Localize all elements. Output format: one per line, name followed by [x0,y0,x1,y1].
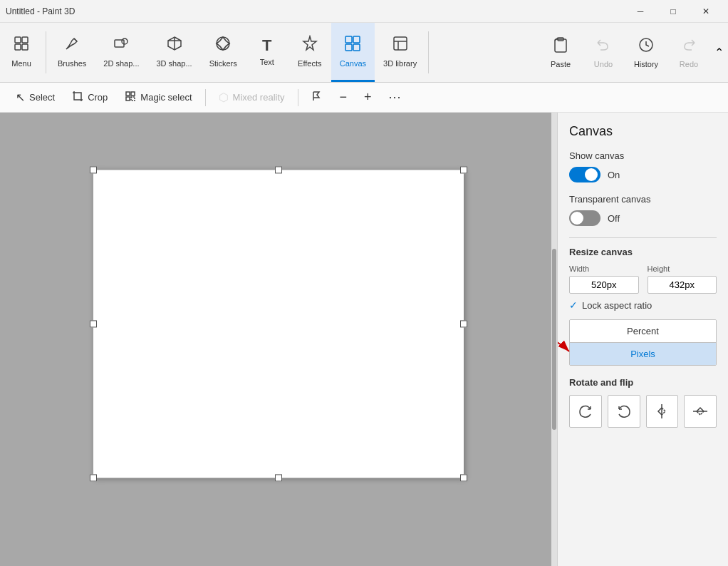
handle-top-right[interactable] [460,166,467,173]
undo-label: Undo [594,60,613,68]
zoom-out-button[interactable]: − [333,87,355,108]
rotate-flip-section: Rotate and flip [569,377,717,428]
undo-button[interactable]: Undo [582,23,625,82]
svg-marker-7 [303,36,316,50]
handle-bottom-right[interactable] [460,474,467,481]
scrollbar-track[interactable] [551,113,557,566]
canvas-label: Canvas [340,59,366,68]
rotate-left-button[interactable] [608,395,640,428]
svg-rect-10 [345,44,352,51]
window-title: Untitled - Paint 3D [6,6,75,16]
canvas-button[interactable]: Canvas [331,23,375,82]
svg-rect-0 [15,37,21,43]
svg-rect-1 [22,37,28,43]
flip-horizontal-button[interactable] [684,395,717,428]
main-toolbar: Menu Brushes 2D shap... 3D shap... [0,23,728,83]
menu-label: Menu [11,59,31,68]
svg-rect-2 [15,44,21,50]
height-field: Height [648,264,717,294]
show-canvas-toggle[interactable] [569,167,600,182]
mixed-reality-button[interactable]: ⬡ Mixed reality [212,88,292,107]
canvas-surface [93,170,464,478]
effects-label: Effects [298,59,321,68]
flag-icon [311,91,323,104]
panel-divider-1 [569,237,717,238]
2dshapes-button[interactable]: 2D shap... [95,23,147,82]
maximize-button[interactable]: □ [657,0,690,23]
unit-selector: Percent Pixels [569,319,717,366]
zoom-in-icon: + [364,90,372,105]
effects-button[interactable]: Effects [288,23,331,82]
svg-rect-17 [131,92,135,96]
select-button[interactable]: ↖ Select [9,88,62,107]
transparent-canvas-toggle[interactable] [569,210,600,226]
more-icon: ··· [389,90,402,105]
show-canvas-section: Show canvas On [569,150,717,182]
brushes-button[interactable]: Brushes [49,23,95,82]
paste-button[interactable]: Paste [539,23,582,82]
history-button[interactable]: History [625,23,667,82]
width-label: Width [569,264,639,273]
svg-rect-11 [353,44,360,51]
close-button[interactable]: ✕ [690,0,722,23]
svg-rect-9 [353,36,360,43]
menu-button[interactable]: Menu [0,23,43,82]
rotate-flip-buttons [569,395,717,428]
paste-label: Paste [551,60,571,68]
2dshapes-icon [113,35,130,56]
dimension-row: Width Height [569,264,717,294]
width-input[interactable] [569,276,639,294]
right-panel: Canvas Show canvas On Transparent canvas… [557,113,728,566]
minimize-button[interactable]: ─ [624,0,657,23]
handle-bottom-left[interactable] [90,474,97,481]
mixed-reality-icon: ⬡ [219,91,229,104]
brushes-label: Brushes [58,59,86,68]
toolbar-right: Paste Undo History [539,23,728,82]
svg-rect-12 [394,37,407,50]
transparent-canvas-row: Off [569,210,717,226]
toolbar-expand-button[interactable]: ⌃ [710,23,728,82]
scrollbar-thumb[interactable] [552,249,556,430]
text-icon: T [262,36,271,55]
magic-select-button[interactable]: Magic select [118,88,199,107]
history-label: History [634,60,658,68]
stickers-button[interactable]: Stickers [201,23,246,82]
show-canvas-row: On [569,167,717,182]
flag-button[interactable] [304,88,330,107]
text-button[interactable]: T Text [246,23,288,82]
height-input[interactable] [648,276,717,294]
pixels-option[interactable]: Pixels [570,343,716,365]
window-controls: ─ □ ✕ [624,0,722,23]
zoom-in-button[interactable]: + [357,87,379,108]
handle-top-middle[interactable] [275,166,282,173]
svg-rect-8 [345,36,352,43]
panel-title: Canvas [569,124,717,139]
show-canvas-label: Show canvas [569,150,717,161]
transparent-canvas-state: Off [608,213,620,224]
handle-bottom-middle[interactable] [275,474,282,481]
paste-icon [552,36,569,57]
flip-vertical-button[interactable] [646,395,679,428]
crop-label: Crop [88,92,108,103]
svg-point-6 [217,37,229,50]
handle-top-left[interactable] [90,166,97,173]
rotate-right-button[interactable] [569,395,602,428]
text-label: Text [260,58,274,66]
crop-button[interactable]: Crop [65,88,115,107]
height-label: Height [648,264,717,273]
percent-option[interactable]: Percent [570,320,716,342]
more-options-button[interactable]: ··· [382,87,409,108]
svg-rect-18 [126,97,130,101]
handle-middle-right[interactable] [460,320,467,327]
canvas-area [0,113,557,566]
3dshapes-button[interactable]: 3D shap... [148,23,201,82]
3dlibrary-button[interactable]: 3D library [375,23,425,82]
sec-divider-2 [298,89,298,106]
rotate-flip-title: Rotate and flip [569,377,717,388]
stickers-icon [214,35,232,56]
redo-button[interactable]: Redo [667,23,710,82]
handle-middle-left[interactable] [90,320,97,327]
canvas-wrapper [93,170,464,478]
sec-divider-1 [205,89,206,106]
history-icon [638,36,655,57]
